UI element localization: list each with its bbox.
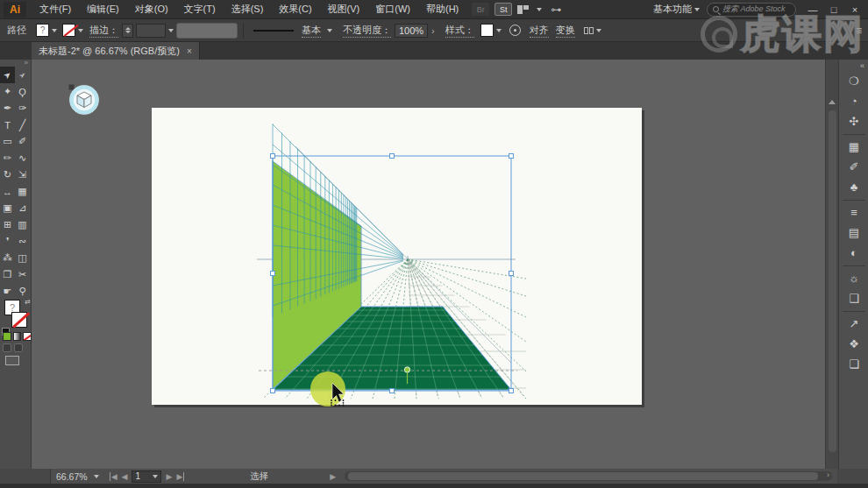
stepper-up-icon[interactable]	[125, 27, 131, 30]
stroke-color-swatch[interactable]	[62, 24, 75, 37]
zoom-level-control[interactable]: 66.67%	[56, 471, 99, 482]
tool-type[interactable]: T	[0, 117, 15, 133]
selection-handle[interactable]	[509, 272, 514, 276]
style-swatch[interactable]	[480, 24, 494, 37]
tool-curvature[interactable]: ✑	[15, 100, 30, 117]
stock-icon[interactable]: St	[494, 3, 512, 16]
none-button[interactable]	[23, 332, 32, 341]
panel-icon-graphic-styles[interactable]: ❑	[839, 288, 868, 308]
color-button[interactable]	[3, 332, 11, 341]
chevron-down-icon[interactable]	[537, 8, 542, 11]
tool-blend[interactable]: ∾	[15, 233, 30, 250]
align-to-selection-icon[interactable]	[584, 27, 594, 34]
transform-label[interactable]: 变换	[556, 24, 575, 38]
bridge-icon[interactable]: Br	[472, 3, 489, 16]
panel-icon-color-guide[interactable]: ◔	[839, 91, 868, 111]
panel-icon-color[interactable]: ❍	[839, 71, 868, 91]
tool-direct-selection[interactable]: ➢	[15, 67, 30, 83]
selection-handle[interactable]	[271, 389, 275, 393]
menu-item[interactable]: 视图(V)	[320, 3, 368, 16]
menu-item[interactable]: 编辑(E)	[79, 3, 127, 16]
draw-behind-mode-button[interactable]	[14, 343, 23, 352]
last-artboard-button[interactable]: ▶	[176, 472, 184, 481]
canvas[interactable]	[32, 60, 825, 469]
panel-menu-icon[interactable]: ≡	[856, 25, 863, 37]
tool-free-transform[interactable]: ▦	[15, 183, 30, 200]
panel-icon-brushes[interactable]: ✐	[839, 157, 868, 177]
chevron-down-icon[interactable]	[327, 29, 332, 32]
previous-artboard-button[interactable]: ◀	[122, 472, 128, 481]
menu-item[interactable]: 效果(C)	[271, 3, 319, 16]
close-button[interactable]: ×	[845, 2, 864, 18]
expand-panels-icon[interactable]: «	[839, 60, 868, 71]
maximize-button[interactable]: □	[824, 2, 843, 18]
panel-icon-transparency[interactable]: ◐	[839, 243, 868, 263]
align-label[interactable]: 对齐	[530, 24, 549, 38]
panel-icon-symbols[interactable]: ♣	[839, 177, 868, 197]
selection-handle[interactable]	[509, 154, 514, 159]
panel-icon-color-themes[interactable]: ✣	[839, 111, 868, 131]
search-input[interactable]: 搜索 Adobe Stock	[707, 3, 796, 17]
draw-normal-mode-button[interactable]	[3, 343, 11, 352]
vertical-scrollbar[interactable]	[825, 60, 838, 469]
menu-item[interactable]: 窗口(W)	[367, 3, 418, 16]
tool-lasso[interactable]: Ϙ	[15, 83, 30, 100]
tool-pen[interactable]: ✒	[0, 100, 15, 117]
menu-item[interactable]: 对象(O)	[127, 3, 176, 16]
tool-eyedropper[interactable]: ❜	[0, 233, 15, 250]
opacity-label[interactable]: 不透明度：	[343, 24, 391, 38]
stroke-color-indicator[interactable]	[11, 312, 27, 328]
vertical-scroll-thumb[interactable]	[829, 110, 836, 452]
screen-mode-button[interactable]	[5, 356, 19, 365]
document-tab[interactable]: 未标题-2* @ 66.67% (RGB/预览) ×	[32, 42, 200, 60]
tool-paintbrush[interactable]: ✐	[15, 133, 30, 150]
tool-selection[interactable]: ➤	[0, 67, 15, 83]
scroll-right-icon[interactable]: ›	[827, 470, 829, 479]
selection-handle[interactable]	[271, 154, 275, 159]
menu-item[interactable]: 文件(F)	[32, 3, 79, 16]
artboard-canvas[interactable]	[32, 60, 825, 469]
scroll-up-icon[interactable]	[829, 100, 836, 104]
menu-item[interactable]: 文字(T)	[176, 3, 224, 16]
tools-panel-grip[interactable]: »	[0, 60, 31, 67]
panel-icon-swatches[interactable]: ▦	[839, 137, 868, 157]
opacity-field[interactable]: 100%	[395, 24, 428, 38]
tool-scale[interactable]: ⇲	[15, 166, 30, 183]
gradient-button[interactable]	[13, 332, 22, 341]
brush-definition-label[interactable]: 基本	[302, 24, 321, 38]
tool-mesh[interactable]: ⊞	[0, 216, 15, 233]
status-flyout-icon[interactable]: ▶	[330, 472, 336, 481]
minimize-button[interactable]: —	[803, 2, 822, 18]
horizontal-scroll-thumb[interactable]	[348, 472, 818, 480]
panel-icon-export[interactable]: ↗	[839, 314, 868, 334]
selection-handle[interactable]	[509, 389, 514, 393]
style-label[interactable]: 样式：	[445, 24, 474, 38]
share-screen-icon[interactable]: ⊶	[551, 4, 561, 16]
stroke-weight-stepper[interactable]	[122, 24, 133, 38]
tool-artboard[interactable]: ❐	[0, 266, 15, 283]
artboard-number-field[interactable]: 1	[132, 470, 161, 483]
fill-stroke-control[interactable]: ? ⇄	[0, 298, 32, 350]
chevron-down-icon[interactable]	[168, 29, 174, 32]
panel-icon-artboards[interactable]: ❏	[839, 354, 868, 374]
horizontal-scrollbar[interactable]: ›	[345, 471, 832, 481]
tool-width[interactable]: ↔	[0, 183, 15, 200]
tool-shaper[interactable]: ∿	[15, 150, 30, 166]
fill-color-swatch[interactable]: ?	[36, 24, 49, 37]
swap-fill-stroke-icon[interactable]: ⇄	[25, 298, 31, 306]
tool-pencil[interactable]: ✏	[0, 150, 15, 166]
selection-handle[interactable]	[390, 154, 395, 159]
tool-rotate[interactable]: ↻	[0, 166, 15, 183]
panel-icon-appearance[interactable]: ☼	[839, 268, 868, 288]
panel-icon-stroke[interactable]: ≡	[839, 202, 868, 223]
tool-line-segment[interactable]: ╱	[15, 117, 30, 133]
workspace-switcher[interactable]: 基本功能	[653, 3, 700, 16]
next-artboard-button[interactable]: ▶	[166, 472, 172, 481]
recolor-artwork-icon[interactable]	[509, 25, 521, 36]
perspective-plane-widget[interactable]	[68, 84, 99, 115]
selection-handle[interactable]	[390, 389, 395, 393]
stepper-down-icon[interactable]	[125, 31, 131, 33]
first-artboard-button[interactable]: ◀	[110, 472, 117, 481]
panel-icon-layers[interactable]: ❖	[839, 334, 868, 354]
tool-gradient[interactable]: ▥	[15, 216, 30, 233]
